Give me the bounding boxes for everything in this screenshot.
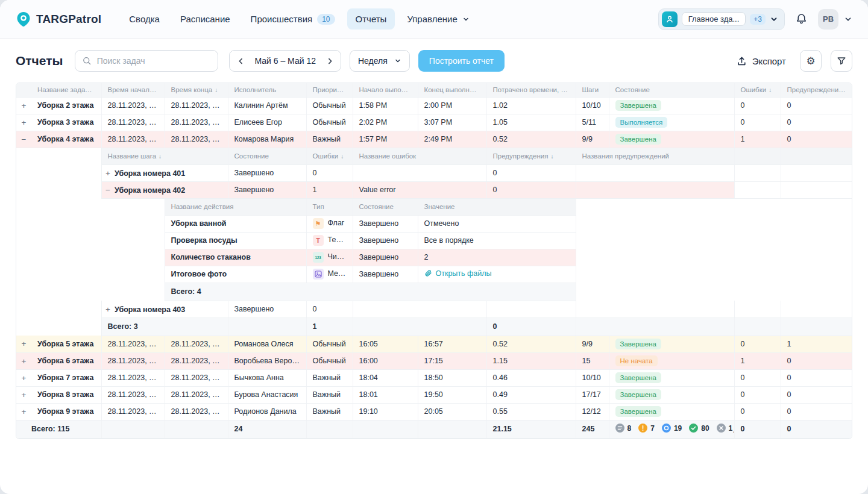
search-input[interactable]: [97, 56, 211, 66]
exec-start-cell: 16:00: [353, 352, 418, 369]
step-column-header[interactable]: Состояние: [228, 148, 306, 164]
expand-toggle[interactable]: −: [19, 135, 28, 144]
grand-total-label-cell: Всего: 115: [16, 420, 101, 438]
steps-total-errors-cell: 1: [306, 317, 353, 336]
step-column-header[interactable]: Названия предупреждений: [576, 148, 734, 164]
warn-status-icon: [638, 424, 647, 433]
navbar: TARGPatrol Сводка Расписание Происшестви…: [0, 0, 868, 39]
step-column-header[interactable]: Название ошибок: [353, 148, 486, 164]
steps-count-cell: 17/17: [576, 386, 609, 403]
column-header[interactable]: Потрачено времени, (ч)↓: [486, 83, 576, 97]
column-header[interactable]: Шаги: [576, 83, 609, 97]
expand-toggle[interactable]: +: [104, 169, 113, 178]
status-cell: Завершена: [609, 131, 734, 148]
next-week-button[interactable]: [321, 52, 338, 69]
action-name-cell: Количество стаканов: [165, 249, 306, 266]
expand-toggle[interactable]: +: [19, 118, 28, 127]
paperclip-icon: [424, 269, 432, 277]
notifications-bell-button[interactable]: [795, 13, 808, 25]
nav-item-upravlenie[interactable]: Управление: [398, 8, 477, 30]
action-type-cell: TТекст: [306, 232, 353, 249]
action-value-cell: Отмечено: [418, 215, 576, 232]
building-selector[interactable]: Главное зда... +3: [658, 8, 785, 30]
filter-button[interactable]: [831, 50, 852, 72]
expand-toggle[interactable]: +: [19, 357, 28, 366]
start-time-cell: 28.11.2023, 14:00: [101, 131, 165, 148]
status-badge: Не начата: [615, 355, 658, 366]
indent-cell: [16, 317, 31, 336]
status-cell: Завершена: [609, 369, 734, 386]
column-header[interactable]: Название задачи↓: [31, 83, 101, 97]
main-nav: Сводка Расписание Происшествия10 Отчеты …: [121, 8, 478, 30]
action-name-cell: Проверка посуды: [165, 232, 306, 249]
open-files-link[interactable]: Открыть файлы: [424, 269, 492, 278]
cell: [781, 301, 852, 317]
column-header[interactable]: Начало выполнения: [353, 83, 418, 97]
expand-toggle[interactable]: −: [104, 186, 113, 195]
cell: [165, 420, 228, 438]
start-time-cell: 28.11.2023, 18:00: [101, 369, 165, 386]
sort-desc-icon: ↓: [550, 153, 553, 160]
column-header[interactable]: Состояние: [609, 83, 734, 97]
avatar[interactable]: РВ: [818, 9, 838, 30]
nav-item-otchety[interactable]: Отчеты: [347, 8, 395, 30]
step-warnings-cell: 0: [486, 181, 576, 198]
expand-toggle[interactable]: +: [19, 339, 28, 348]
expand-cell: +: [16, 114, 31, 131]
task-name-cell: Уборка 8 этажа: [31, 386, 101, 403]
exec-start-cell: 16:05: [353, 336, 418, 352]
settings-button[interactable]: ⚙: [800, 50, 822, 72]
priority-cell: Обычный: [306, 352, 353, 369]
expand-toggle[interactable]: +: [104, 305, 113, 314]
expand-toggle[interactable]: +: [19, 101, 28, 110]
errors-cell: 1: [734, 131, 781, 148]
start-time-cell: 28.11.2023, 18:00: [101, 386, 165, 403]
chevron-down-icon: [770, 15, 778, 23]
exec-end-cell: 17:15: [418, 352, 486, 369]
errors-cell: 0: [734, 97, 781, 114]
expand-toggle[interactable]: +: [19, 374, 28, 383]
column-header[interactable]: Ошибки↓: [734, 83, 781, 97]
cell: [353, 420, 418, 438]
column-header[interactable]: Время начала↓: [101, 83, 165, 97]
export-button[interactable]: Экспорт: [737, 56, 786, 66]
cell: [576, 232, 852, 249]
indent-cell: [16, 266, 31, 283]
expand-toggle[interactable]: +: [19, 407, 28, 416]
chevron-down-icon[interactable]: [844, 15, 852, 23]
step-column-header[interactable]: Предупреждения↓: [486, 148, 576, 164]
period-select[interactable]: Неделя: [350, 50, 410, 72]
task-row: +Уборка 7 этажа28.11.2023, 18:0028.11.20…: [16, 369, 852, 386]
steps-count-cell: 12/12: [576, 403, 609, 420]
cell: [734, 301, 781, 317]
step-column-header[interactable]: Ошибки↓: [306, 148, 353, 164]
expand-cell: +: [16, 369, 31, 386]
column-header[interactable]: Конец выполнения: [418, 83, 486, 97]
errors-cell: 0: [734, 403, 781, 420]
column-header[interactable]: Время конца↓: [165, 83, 228, 97]
task-name-cell: Уборка 2 этажа: [31, 97, 101, 114]
start-time-cell: 28.11.2023, 19:00: [101, 403, 165, 420]
step-warnings-cell: 0: [486, 164, 576, 181]
nav-item-raspisanie[interactable]: Расписание: [172, 8, 239, 30]
nav-item-proisshestviya[interactable]: Происшествия10: [242, 8, 344, 30]
column-header[interactable]: Приоритет: [306, 83, 353, 97]
end-time-cell: 28.11.2023, 15:00: [165, 97, 228, 114]
indent-cell: [31, 317, 101, 336]
steps-count-cell: 10/10: [576, 369, 609, 386]
nav-item-svodka[interactable]: Сводка: [121, 8, 168, 30]
column-header[interactable]: Исполнитель: [228, 83, 306, 97]
prev-week-button[interactable]: [232, 52, 249, 69]
end-time-cell: 28.11.2023, 19:00: [165, 369, 228, 386]
priority-cell: Обычный: [306, 97, 353, 114]
action-value-cell: Открыть файлы: [418, 266, 576, 283]
step-warning-names-cell: [576, 181, 734, 198]
cell: [306, 420, 353, 438]
column-header[interactable]: Предупреждения↓: [781, 83, 852, 97]
steps-total-label-cell: Всего: 3: [101, 317, 228, 336]
status-cell: Завершена: [609, 336, 734, 352]
step-column-header[interactable]: Название шага↓: [101, 148, 228, 164]
build-report-button[interactable]: Построить отчет: [418, 50, 505, 72]
expand-toggle[interactable]: +: [19, 390, 28, 399]
exec-start-cell: 1:57 PM: [353, 131, 418, 148]
